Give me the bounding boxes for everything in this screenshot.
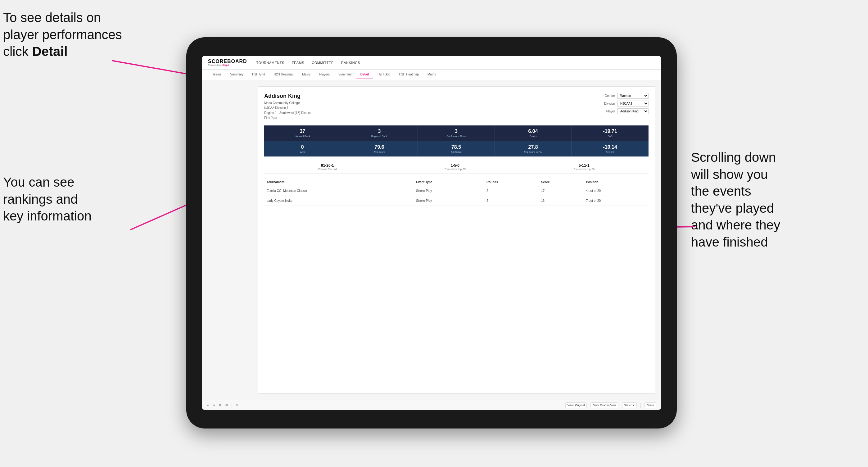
player-header: Addison King Mesa Community College NJCA… — [264, 93, 649, 121]
share-button[interactable]: Share — [645, 402, 656, 408]
row1-tournament: Estella CC- Mountain Classic — [264, 186, 413, 196]
division-control: Division NJCAA I — [599, 101, 649, 106]
stats-row1: 37 National Rank 3 Regional Rank 3 Confe… — [264, 125, 649, 141]
toolbar-redo-icon[interactable]: ↪ — [213, 404, 215, 407]
subnav-matrix[interactable]: Matrix — [298, 70, 315, 79]
division-label: Division — [599, 102, 615, 105]
subnav-summary2[interactable]: Summary — [334, 70, 356, 79]
nav-items: TOURNAMENTS TEAMS COMMITTEE RANKINGS — [256, 61, 361, 65]
gender-select[interactable]: Women — [617, 93, 649, 99]
stat-sos: -19.71 SoS — [571, 125, 649, 141]
subnav-players[interactable]: Players — [315, 70, 334, 79]
tablet-screen: SCOREBOARD Powered by clippd TOURNAMENTS… — [202, 56, 661, 410]
bottom-toolbar: ↩ ↪ ⊞ ⊟ ⊙ View: Original Save Custom Vie… — [202, 400, 661, 410]
nav-committee[interactable]: COMMITTEE — [312, 61, 334, 65]
stat-points: 6.04 Points — [495, 125, 572, 141]
player-region: Region 1 - Southwest (18) District — [264, 111, 311, 116]
row2-position: 7 out of 20 — [584, 196, 649, 206]
table-row[interactable]: Lady Coyote Invite Stroke Play 2 16 7 ou… — [264, 196, 649, 206]
top-nav: SCOREBOARD Powered by clippd TOURNAMENTS… — [202, 56, 661, 69]
gender-control: Gender Women — [599, 93, 649, 99]
stat-wins: 0 Wins — [264, 141, 341, 156]
player-college: Mesa Community College — [264, 101, 311, 105]
stats-row2: 0 Wins 79.6 Avg Score 78.5 Adj Score 27.… — [264, 141, 649, 156]
watch-button[interactable]: Watch ▾ — [622, 402, 637, 408]
annotation-right: Scrolling down will show you the events … — [691, 149, 865, 251]
toolbar-icon1[interactable]: ⊞ — [219, 404, 222, 407]
logo-area: SCOREBOARD Powered by clippd — [208, 59, 247, 66]
col-score: Score — [538, 179, 584, 186]
tournament-table: Tournament Event Type Rounds Score Posit… — [264, 179, 649, 206]
row1-event-type: Stroke Play — [413, 186, 484, 196]
nav-teams[interactable]: TEAMS — [292, 61, 304, 65]
player-select[interactable]: Addison King — [617, 108, 649, 114]
logo-clippd: clippd — [222, 64, 229, 66]
player-control: Player Addison King — [599, 108, 649, 114]
annotation-bottomleft: You can see rankings and key information — [3, 174, 92, 225]
main-panel: Addison King Mesa Community College NJCA… — [258, 86, 655, 394]
player-controls: Gender Women Division NJCAA I — [599, 93, 649, 121]
stat-avg-score-par: 27.8 Avg Score to Par — [495, 141, 572, 156]
player-info: Addison King Mesa Community College NJCA… — [264, 93, 311, 121]
content-left-spacer — [208, 86, 251, 394]
row1-score: 17 — [538, 186, 584, 196]
stat-national-rank: 37 National Rank — [264, 125, 341, 141]
stat-regional-rank: 3 Regional Rank — [341, 125, 418, 141]
toolbar-undo-icon[interactable]: ↩ — [207, 404, 209, 407]
subnav-h2h-grid2[interactable]: H2H Grid — [373, 70, 395, 79]
table-row[interactable]: Estella CC- Mountain Classic Stroke Play… — [264, 186, 649, 196]
player-year: First Year — [264, 116, 311, 121]
row2-tournament: Lady Coyote Invite — [264, 196, 413, 206]
row1-rounds: 2 — [484, 186, 538, 196]
subnav-h2h-grid[interactable]: H2H Grid — [248, 70, 270, 79]
sub-nav: Teams Summary H2H Grid H2H Heatmap Matri… — [202, 69, 661, 80]
subnav-h2h-heatmap[interactable]: H2H Heatmap — [270, 70, 298, 79]
row2-score: 16 — [538, 196, 584, 206]
subnav-matrix2[interactable]: Matrix — [423, 70, 440, 79]
toolbar-separator2 — [641, 403, 641, 408]
stat-avg-sg: -10.14 Avg SG — [571, 141, 649, 156]
stat-conference-rank: 3 Conference Rank — [418, 125, 495, 141]
subnav-summary[interactable]: Summary — [226, 70, 248, 79]
col-tournament: Tournament — [264, 179, 413, 186]
table-header-row: Tournament Event Type Rounds Score Posit… — [264, 179, 649, 186]
logo-scoreboard: SCOREBOARD — [208, 59, 247, 64]
stat-adj-score: 78.5 Adj Score — [418, 141, 495, 156]
record-top50: 5-11-1 Record vs top 50 — [574, 163, 594, 171]
player-division: NJCAA Division 1 — [264, 105, 311, 111]
nav-rankings[interactable]: RANKINGS — [341, 61, 360, 65]
nav-tournaments[interactable]: TOURNAMENTS — [256, 61, 284, 65]
toolbar-icon3[interactable]: ⊙ — [236, 404, 238, 407]
subnav-detail[interactable]: Detail — [356, 70, 373, 79]
tablet-device: SCOREBOARD Powered by clippd TOURNAMENTS… — [186, 37, 677, 429]
annotation-topleft: To see details on player performances cl… — [3, 9, 122, 60]
logo-powered: Powered by clippd — [208, 64, 247, 66]
subnav-teams[interactable]: Teams — [208, 70, 226, 79]
view-original-button[interactable]: View: Original — [565, 402, 587, 408]
player-label: Player — [599, 110, 615, 113]
gender-label: Gender — [599, 94, 615, 97]
stat-avg-score: 79.6 Avg Score — [341, 141, 418, 156]
row2-event-type: Stroke Play — [413, 196, 484, 206]
toolbar-separator1 — [231, 403, 232, 408]
overall-record: 91-20-1 Overall Record — [318, 163, 337, 171]
division-select[interactable]: NJCAA I — [617, 101, 649, 106]
save-custom-view-button[interactable]: Save Custom View — [590, 402, 618, 408]
records-row: 91-20-1 Overall Record 1-5-0 Record vs t… — [264, 161, 649, 174]
toolbar-icon2[interactable]: ⊟ — [225, 404, 228, 407]
subnav-h2h-heatmap2[interactable]: H2H Heatmap — [395, 70, 423, 79]
content-area: Addison King Mesa Community College NJCA… — [202, 80, 661, 400]
row2-rounds: 2 — [484, 196, 538, 206]
col-rounds: Rounds — [484, 179, 538, 186]
col-event-type: Event Type — [413, 179, 484, 186]
player-name: Addison King — [264, 93, 311, 99]
col-position: Position — [584, 179, 649, 186]
row1-position: 4 out of 20 — [584, 186, 649, 196]
record-top25: 1-5-0 Record vs top 25 — [444, 163, 466, 171]
